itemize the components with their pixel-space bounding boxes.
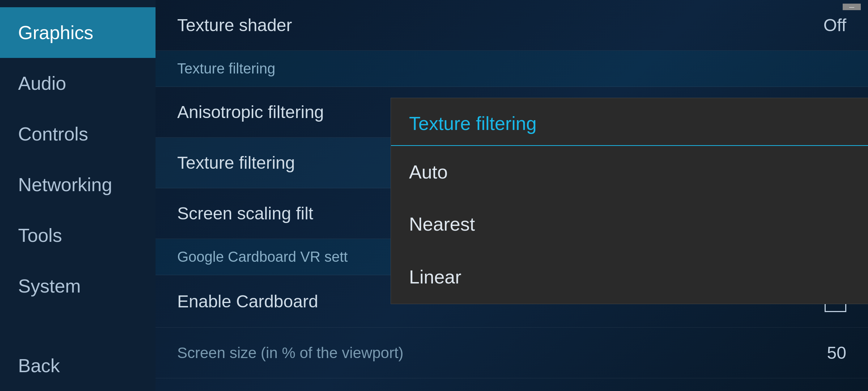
app-container: Graphics Audio Controls Networking Tools… — [0, 0, 868, 391]
cardboard-section-label: Google Cardboard VR sett — [177, 249, 348, 265]
texture-filtering-label: Texture filtering — [177, 153, 295, 173]
back-button[interactable]: Back — [0, 340, 156, 391]
setting-row-screen-size[interactable]: Screen size (in % of the viewport) 50 — [156, 328, 868, 378]
dropdown-option-auto[interactable]: Auto — [391, 146, 868, 198]
dropdown-title: Texture filtering — [391, 98, 868, 146]
dropdown-option-linear-label: Linear — [409, 266, 461, 288]
screen-size-value: 50 — [827, 343, 846, 363]
texture-filtering-section-label: Texture filtering — [177, 60, 275, 77]
sidebar-spacer — [0, 311, 156, 340]
screen-scaling-label: Screen scaling filt — [177, 203, 313, 223]
sidebar-item-graphics[interactable]: Graphics — [0, 7, 156, 58]
sidebar-item-tools[interactable]: Tools — [0, 210, 156, 261]
sidebar-item-controls[interactable]: Controls — [0, 109, 156, 159]
sidebar-item-audio[interactable]: Audio — [0, 58, 156, 109]
sidebar: Graphics Audio Controls Networking Tools… — [0, 0, 156, 391]
dropdown-option-nearest-label: Nearest — [409, 213, 475, 235]
texture-shader-value: Off — [824, 15, 846, 35]
setting-row-texture-shader[interactable]: Texture shader Off — [156, 0, 868, 51]
dropdown-option-nearest[interactable]: Nearest — [391, 198, 868, 250]
texture-shader-label: Texture shader — [177, 15, 292, 35]
dropdown-container: Texture filtering Auto Nearest Linear ✓ — [391, 98, 868, 304]
setting-row-x-shift[interactable]: X shift (in % of the blank space) 0 — [156, 378, 868, 391]
sidebar-item-system[interactable]: System — [0, 261, 156, 311]
dropdown-option-auto-label: Auto — [409, 161, 448, 183]
main-content: — Texture shader Off Texture filtering A… — [156, 0, 868, 391]
anisotropic-label: Anisotropic filtering — [177, 102, 324, 122]
texture-filtering-section-header: Texture filtering — [156, 51, 868, 87]
enable-cardboard-label: Enable Cardboard — [177, 291, 318, 311]
screen-size-label: Screen size (in % of the viewport) — [177, 344, 404, 362]
dropdown-option-linear[interactable]: Linear ✓ — [391, 250, 868, 304]
sidebar-item-networking[interactable]: Networking — [0, 159, 156, 210]
